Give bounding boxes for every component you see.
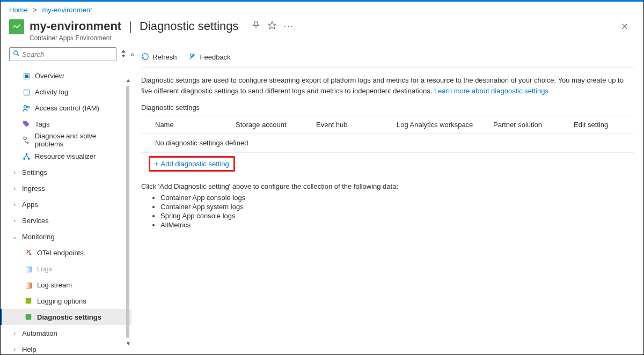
scrollbar-thumb[interactable]: [126, 86, 129, 338]
column-header-eventhub: Event hub: [316, 121, 397, 129]
column-header-name: Name: [155, 121, 236, 129]
nav-label: Log stream: [37, 281, 72, 289]
add-setting-label: Add diagnostic setting: [161, 160, 229, 168]
nav-overview[interactable]: ▣ Overview: [1, 68, 131, 84]
chevron-down-icon: ⌄: [11, 233, 18, 240]
chevron-right-icon: ›: [11, 330, 18, 336]
nav-tags[interactable]: Tags: [1, 116, 131, 132]
pin-icon[interactable]: [252, 21, 260, 32]
logging-options-icon: [24, 297, 33, 305]
nav-settings-group[interactable]: › Settings: [1, 164, 131, 180]
plus-icon: +: [155, 160, 159, 168]
svg-rect-18: [26, 298, 32, 304]
nav-logging-options[interactable]: Logging options: [1, 293, 131, 309]
nav-otel-endpoints[interactable]: OTel endpoints: [1, 245, 131, 261]
feedback-icon: [189, 53, 197, 62]
nav-label: Logging options: [37, 297, 86, 305]
breadcrumb-separator: >: [33, 6, 37, 14]
nav-automation-group[interactable]: › Automation: [1, 325, 131, 341]
favorite-icon[interactable]: [268, 21, 276, 32]
chevron-right-icon: ›: [11, 346, 18, 352]
table-empty-row: No diagnostic settings defined: [141, 134, 634, 152]
page-title: Diagnostic settings: [140, 19, 239, 33]
resource-type-icon: [9, 19, 24, 34]
resource-name: my-environment: [30, 19, 121, 33]
nav-label: Resource visualizer: [35, 152, 96, 160]
add-setting-highlight: + Add diagnostic setting: [149, 156, 235, 172]
scroll-down-icon[interactable]: ▼: [126, 341, 131, 346]
learn-more-link[interactable]: Learn more about diagnostic settings: [434, 87, 548, 95]
breadcrumb-env[interactable]: my-environment: [42, 6, 92, 14]
svg-line-16: [26, 155, 28, 158]
nav-label: Apps: [22, 201, 38, 209]
feedback-button[interactable]: Feedback: [189, 53, 231, 62]
nav-logs[interactable]: ▦ Logs: [1, 261, 131, 277]
description-body: Diagnostic settings are used to configur…: [141, 76, 624, 95]
svg-line-15: [24, 155, 26, 158]
svg-point-17: [30, 254, 32, 256]
close-blade-button[interactable]: [617, 19, 633, 35]
main-content: Refresh Feedback Diagnostic settings are…: [131, 47, 643, 354]
data-type-item: Spring App console logs: [160, 212, 634, 220]
nav-services-group[interactable]: › Services: [1, 212, 131, 228]
logs-icon: ▦: [24, 264, 33, 273]
breadcrumb-home[interactable]: Home: [9, 6, 28, 14]
title-separator: |: [129, 19, 132, 33]
otel-icon: [24, 248, 33, 257]
chevron-right-icon: ›: [11, 201, 18, 208]
svg-point-4: [14, 51, 18, 55]
column-header-partner: Partner solution: [493, 121, 574, 129]
breadcrumb: Home > my-environment: [1, 2, 643, 16]
sort-icon[interactable]: [121, 50, 126, 59]
refresh-button[interactable]: Refresh: [141, 53, 177, 62]
search-input[interactable]: [22, 50, 113, 58]
nav-activity-log[interactable]: ▤ Activity log: [1, 84, 131, 100]
toolbar: Refresh Feedback: [141, 47, 634, 68]
svg-point-14: [25, 153, 27, 155]
collapse-sidebar-icon[interactable]: «: [130, 50, 135, 58]
chevron-right-icon: ›: [11, 217, 18, 224]
table-header-row: Name Storage account Event hub Log Analy…: [141, 116, 634, 134]
diagnose-icon: [22, 136, 31, 144]
sidebar-search[interactable]: [9, 47, 116, 61]
nav-monitoring-group[interactable]: ⌄ Monitoring: [1, 228, 131, 245]
add-diagnostic-setting-button[interactable]: + Add diagnostic setting: [155, 160, 229, 168]
diagnostic-settings-icon: [24, 313, 33, 321]
nav-label: Monitoring: [22, 233, 55, 241]
data-type-item: AllMetrics: [160, 221, 634, 229]
nav-label: Activity log: [35, 88, 68, 96]
scroll-up-icon[interactable]: ▲: [126, 77, 131, 83]
description-text: Diagnostic settings are used to configur…: [141, 75, 634, 96]
nav-ingress-group[interactable]: › Ingress: [1, 180, 131, 196]
nav-diagnostic-settings[interactable]: Diagnostic settings: [1, 309, 131, 325]
refresh-icon: [141, 53, 149, 62]
svg-line-5: [17, 54, 19, 56]
chevron-right-icon: ›: [11, 169, 18, 175]
svg-marker-6: [121, 50, 126, 53]
nav-label: Settings: [22, 168, 47, 176]
more-icon[interactable]: ···: [284, 21, 294, 31]
nav-help-group[interactable]: › Help: [1, 341, 131, 354]
nav-label: Diagnostic settings: [37, 313, 101, 321]
tags-icon: [22, 120, 31, 128]
nav-label: Help: [22, 345, 36, 353]
nav-resource-visualizer[interactable]: Resource visualizer: [1, 148, 131, 164]
toolbar-label: Refresh: [152, 53, 177, 61]
svg-point-10: [24, 137, 26, 139]
section-title: Diagnostic settings: [141, 103, 634, 112]
nav-label: Logs: [37, 265, 52, 273]
nav-apps-group[interactable]: › Apps: [1, 196, 131, 212]
nav-diagnose[interactable]: Diagnose and solve problems: [1, 132, 131, 148]
svg-marker-1: [268, 21, 275, 28]
svg-marker-7: [121, 55, 126, 57]
diagnostic-settings-table: Name Storage account Event hub Log Analy…: [141, 116, 634, 153]
nav-label: Tags: [35, 120, 49, 128]
nav-label: Ingress: [22, 184, 45, 193]
nav-log-stream[interactable]: ▥ Log stream: [1, 277, 131, 293]
sidebar-scrollbar[interactable]: ▲ ▼: [125, 75, 130, 349]
hint-text: Click 'Add Diagnostic setting' above to …: [141, 182, 634, 190]
nav-iam[interactable]: Access control (IAM): [1, 100, 131, 116]
svg-point-8: [24, 105, 26, 108]
nav-label: OTel endpoints: [37, 249, 84, 257]
overview-icon: ▣: [22, 71, 31, 80]
